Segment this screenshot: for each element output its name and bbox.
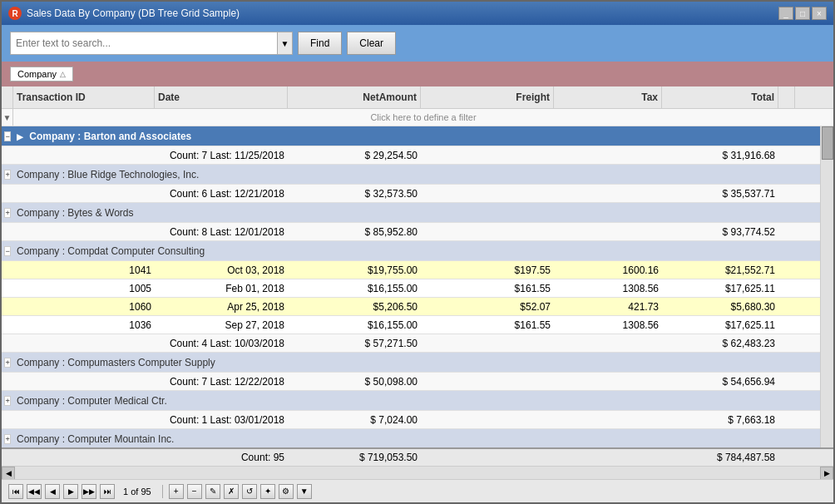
expand-btn-compumasters[interactable]: + (4, 358, 10, 368)
maximize-button[interactable]: □ (795, 7, 810, 20)
data-row-1005[interactable]: 1005 Feb 01, 2018 $16,155.00 $161.55 130… (2, 279, 820, 298)
cell-empty-5 (2, 191, 13, 196)
grid-with-scroll: − ▶ Company : Barton and Associates Coun… (2, 126, 833, 447)
col-header-tax[interactable]: Tax (554, 86, 662, 108)
summary-net-compdat: $ 57,271.50 (288, 335, 421, 352)
cell-empty-8 (554, 191, 662, 196)
vertical-scrollbar[interactable] (820, 126, 833, 447)
cell-expand-1041 (2, 268, 13, 273)
nav-next-button[interactable]: ▶ (63, 484, 78, 499)
group-row-bytes[interactable]: + Company : Bytes & Words (2, 203, 820, 223)
search-container: ▼ (10, 32, 293, 55)
summary-row-blueridge: Count: 6 Last: 12/21/2018 $ 32,573.50 $ … (2, 185, 820, 203)
summary-total-compdat: $ 62,483.23 (662, 335, 778, 352)
minimize-button[interactable]: _ (778, 7, 793, 20)
close-button[interactable]: × (812, 7, 827, 20)
expand-btn-medical[interactable]: + (4, 396, 10, 406)
cell-empty-2 (13, 153, 155, 158)
expand-btn-blueridge[interactable]: + (4, 170, 10, 180)
cell-empty-22 (13, 418, 155, 422)
delete-button[interactable]: − (187, 484, 202, 499)
summary-total-medical: $ 7,663.18 (662, 412, 778, 428)
nav-prev-button[interactable]: ◀ (45, 484, 60, 499)
nav-first-button[interactable]: ⏮ (8, 484, 23, 499)
group-row-compumasters[interactable]: + Company : Compumasters Computer Supply (2, 353, 820, 373)
summary-net-medical: $ 7,024.00 (288, 412, 421, 428)
total-count: Count: 95 (155, 449, 288, 466)
summary-total-compumasters: $ 54,656.94 (662, 373, 778, 390)
cell-empty-20 (554, 379, 662, 384)
group-row-barton[interactable]: − ▶ Company : Barton and Associates (2, 126, 820, 146)
nav-prev10-button[interactable]: ◀◀ (27, 484, 42, 499)
col-header-date[interactable]: Date (155, 86, 288, 108)
cell-empty-1 (2, 153, 13, 158)
edit-button[interactable]: ✎ (205, 484, 220, 499)
refresh-button[interactable]: ↺ (242, 484, 257, 499)
nav-last-button[interactable]: ⏭ (100, 484, 115, 499)
filter-text[interactable]: Click here to define a filter (13, 109, 833, 126)
col-header-expand (2, 86, 13, 108)
group-row-compdat[interactable]: − Company : Compdat Computer Consulting (2, 241, 820, 261)
cell-empty-10 (13, 230, 155, 235)
data-row-1036[interactable]: 1036 Sep 27, 2018 $16,155.00 $161.55 130… (2, 316, 820, 334)
summary-total-barton: $ 31,916.68 (662, 147, 778, 164)
expand-cell-bytes[interactable]: + (2, 205, 13, 220)
cell-date-1036: Sep 27, 2018 (155, 317, 288, 334)
clear-button[interactable]: Clear (347, 32, 396, 55)
scroll-left-button[interactable]: ◀ (2, 467, 15, 480)
col-header-transaction-id[interactable]: Transaction ID (13, 86, 155, 108)
expand-cell-barton[interactable]: − (2, 129, 13, 144)
cell-freight-1005: $161.55 (421, 280, 554, 297)
expand-cell-compumasters[interactable]: + (2, 355, 13, 370)
settings-button[interactable]: ⚙ (279, 484, 294, 499)
group-row-mountain[interactable]: + Company : Computer Mountain Inc. (2, 429, 820, 447)
nav-arrow-barton: ▶ (17, 132, 23, 141)
col-header-scroll (778, 86, 795, 108)
scroll-right-button[interactable]: ▶ (820, 467, 833, 480)
data-row-1060[interactable]: 1060 Apr 25, 2018 $5,206.50 $52.07 421.7… (2, 298, 820, 316)
col-header-freight[interactable]: Freight (421, 86, 554, 108)
add-button[interactable]: + (169, 484, 184, 499)
col-header-net-amount[interactable]: NetAmount (288, 86, 421, 108)
col-header-total[interactable]: Total (662, 86, 778, 108)
group-tag[interactable]: Company △ (10, 67, 73, 82)
expand-btn-barton[interactable]: − (4, 131, 10, 141)
cell-total-1036: $17,625.11 (662, 317, 778, 334)
summary-date-barton: Count: 7 Last: 11/25/2018 (155, 147, 288, 164)
cell-empty-21 (2, 418, 13, 422)
filter-toggle-button[interactable]: ▼ (297, 484, 312, 499)
expand-cell-blueridge[interactable]: + (2, 167, 13, 182)
grid-body: − ▶ Company : Barton and Associates Coun… (2, 126, 820, 447)
cell-expand-1036 (2, 323, 13, 328)
cell-tid-1005: 1005 (13, 280, 155, 297)
summary-row-bytes: Count: 8 Last: 12/01/2018 $ 85,952.80 $ … (2, 223, 820, 241)
cell-expand-1005 (2, 286, 13, 291)
cell-empty-3 (421, 153, 554, 158)
title-bar: R Sales Data By Company (DB Tree Grid Sa… (2, 2, 833, 25)
expand-btn-bytes[interactable]: + (4, 208, 10, 218)
search-input[interactable] (11, 34, 277, 52)
group-label-bytes: Company : Bytes & Words (13, 205, 778, 221)
scroll-track[interactable] (15, 467, 820, 480)
cell-net-1060: $5,206.50 (288, 299, 421, 315)
cancel-button[interactable]: ✗ (224, 484, 239, 499)
expand-btn-compdat[interactable]: − (4, 246, 10, 256)
cell-empty-12 (554, 230, 662, 235)
expand-cell-medical[interactable]: + (2, 393, 13, 408)
group-label-compdat: Company : Compdat Computer Consulting (13, 243, 778, 259)
data-row-1041[interactable]: 1041 Oct 03, 2018 $19,755.00 $197.55 160… (2, 261, 820, 279)
horizontal-scrollbar[interactable]: ◀ ▶ (2, 466, 833, 479)
group-row-blueridge[interactable]: + Company : Blue Ridge Technologies, Inc… (2, 165, 820, 185)
star-button[interactable]: ✦ (260, 484, 275, 499)
expand-cell-mountain[interactable]: + (2, 432, 13, 447)
group-row-medical[interactable]: + Company : Computer Medical Ctr. (2, 391, 820, 411)
cell-tid-1041: 1041 (13, 262, 155, 279)
expand-cell-compdat[interactable]: − (2, 244, 13, 259)
expand-btn-mountain[interactable]: + (4, 434, 10, 444)
nav-next10-button[interactable]: ▶▶ (82, 484, 96, 499)
cell-tax-1060: 421.73 (554, 299, 662, 315)
search-dropdown-button[interactable]: ▼ (277, 32, 292, 54)
find-button[interactable]: Find (298, 32, 342, 55)
total-empty-5 (778, 449, 792, 466)
cell-tid-1036: 1036 (13, 317, 155, 334)
